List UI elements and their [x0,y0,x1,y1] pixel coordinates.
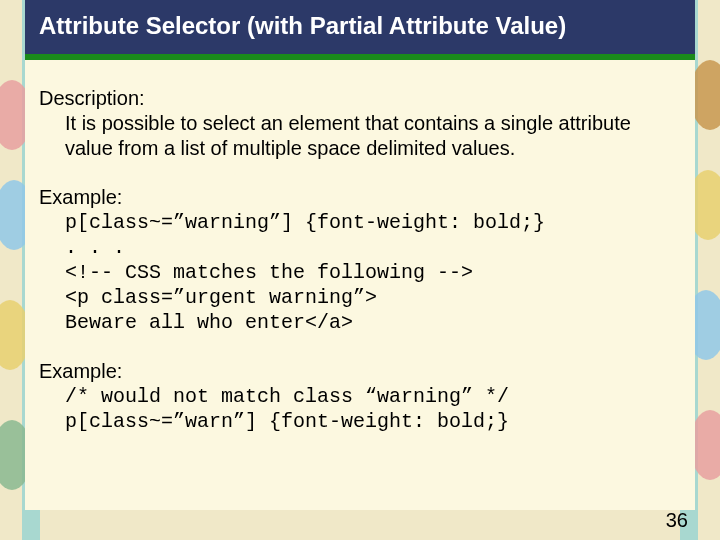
example2-code: /* would not match class “warning” */ p[… [39,384,681,434]
slide-container: Attribute Selector (with Partial Attribu… [25,0,695,510]
description-section: Description: It is possible to select an… [39,86,681,161]
description-label: Description: [39,86,681,111]
page-number: 36 [666,509,688,532]
code-line: . . . [65,235,681,260]
example1-code: p[class~=”warning”] {font-weight: bold;}… [39,210,681,335]
title-bar: Attribute Selector (with Partial Attribu… [25,0,695,60]
example1-section: Example: p[class~=”warning”] {font-weigh… [39,185,681,335]
description-text: It is possible to select an element that… [39,111,681,161]
code-line: /* would not match class “warning” */ [65,384,681,409]
decorative-right-strip [692,0,720,540]
code-line: p[class~=”warning”] {font-weight: bold;} [65,210,681,235]
decorative-left-strip [0,0,28,540]
slide-title: Attribute Selector (with Partial Attribu… [39,12,681,40]
code-line: <!-- CSS matches the following --> [65,260,681,285]
code-line: <p class=”urgent warning”> [65,285,681,310]
example2-section: Example: /* would not match class “warni… [39,359,681,434]
example1-label: Example: [39,185,681,210]
slide-content: Description: It is possible to select an… [25,60,695,468]
example2-label: Example: [39,359,681,384]
code-line: p[class~=”warn”] {font-weight: bold;} [65,409,681,434]
code-line: Beware all who enter</a> [65,310,681,335]
